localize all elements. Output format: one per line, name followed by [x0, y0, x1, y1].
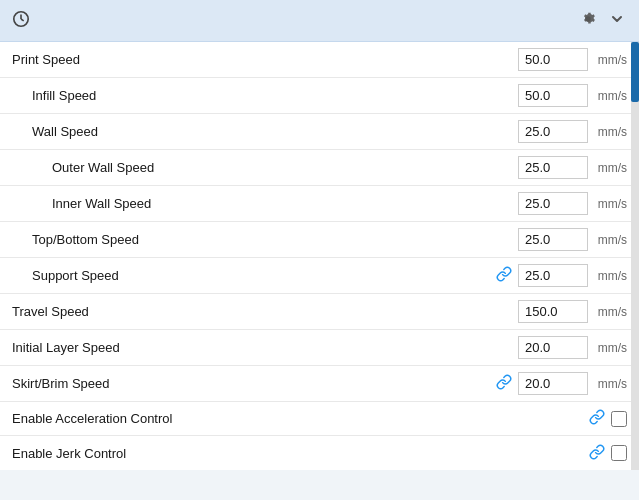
unit-initial-layer-speed: mm/s	[592, 341, 627, 355]
row-travel-speed: Travel Speedmm/s	[0, 294, 639, 330]
row-support-speed: Support Speedmm/s	[0, 258, 639, 294]
input-group-top-bottom-speed: mm/s	[518, 228, 627, 251]
link-icon-enable-acceleration[interactable]	[589, 409, 605, 428]
unit-skirt-brim-speed: mm/s	[592, 377, 627, 391]
row-print-speed: Print Speedmm/s	[0, 42, 639, 78]
unit-infill-speed: mm/s	[592, 89, 627, 103]
value-input-inner-wall-speed[interactable]	[518, 192, 588, 215]
input-group-initial-layer-speed: mm/s	[518, 336, 627, 359]
label-inner-wall-speed: Inner Wall Speed	[12, 196, 518, 211]
value-input-print-speed[interactable]	[518, 48, 588, 71]
checkbox-enable-acceleration[interactable]	[611, 411, 627, 427]
link-icon-skirt-brim-speed[interactable]	[496, 374, 512, 393]
checkbox-enable-jerk[interactable]	[611, 445, 627, 461]
value-input-initial-layer-speed[interactable]	[518, 336, 588, 359]
row-inner-wall-speed: Inner Wall Speedmm/s	[0, 186, 639, 222]
collapse-button[interactable]	[607, 9, 627, 32]
svg-line-2	[21, 19, 24, 21]
label-enable-jerk: Enable Jerk Control	[12, 446, 589, 461]
row-initial-layer-speed: Initial Layer Speedmm/s	[0, 330, 639, 366]
input-group-wall-speed: mm/s	[518, 120, 627, 143]
row-skirt-brim-speed: Skirt/Brim Speedmm/s	[0, 366, 639, 402]
gear-button[interactable]	[577, 8, 599, 33]
link-icon-enable-jerk[interactable]	[589, 444, 605, 463]
section-header	[0, 0, 639, 42]
row-wall-speed: Wall Speedmm/s	[0, 114, 639, 150]
row-outer-wall-speed: Outer Wall Speedmm/s	[0, 150, 639, 186]
scrollbar-track[interactable]	[631, 42, 639, 470]
unit-travel-speed: mm/s	[592, 305, 627, 319]
value-input-wall-speed[interactable]	[518, 120, 588, 143]
row-infill-speed: Infill Speedmm/s	[0, 78, 639, 114]
scrollbar-thumb[interactable]	[631, 42, 639, 102]
input-group-support-speed: mm/s	[518, 264, 627, 287]
value-input-skirt-brim-speed[interactable]	[518, 372, 588, 395]
link-icon-support-speed[interactable]	[496, 266, 512, 285]
unit-outer-wall-speed: mm/s	[592, 161, 627, 175]
label-support-speed: Support Speed	[12, 268, 496, 283]
unit-support-speed: mm/s	[592, 269, 627, 283]
unit-inner-wall-speed: mm/s	[592, 197, 627, 211]
label-enable-acceleration: Enable Acceleration Control	[12, 411, 589, 426]
speed-settings-container: Print Speedmm/sInfill Speedmm/sWall Spee…	[0, 0, 639, 470]
input-group-enable-acceleration	[611, 411, 627, 427]
row-enable-acceleration: Enable Acceleration Control	[0, 402, 639, 436]
input-group-outer-wall-speed: mm/s	[518, 156, 627, 179]
rows-container: Print Speedmm/sInfill Speedmm/sWall Spee…	[0, 42, 639, 470]
input-group-inner-wall-speed: mm/s	[518, 192, 627, 215]
row-top-bottom-speed: Top/Bottom Speedmm/s	[0, 222, 639, 258]
label-outer-wall-speed: Outer Wall Speed	[12, 160, 518, 175]
label-print-speed: Print Speed	[12, 52, 518, 67]
row-enable-jerk: Enable Jerk Control	[0, 436, 639, 470]
input-group-enable-jerk	[611, 445, 627, 461]
input-group-print-speed: mm/s	[518, 48, 627, 71]
label-infill-speed: Infill Speed	[12, 88, 518, 103]
clock-icon	[12, 10, 30, 31]
unit-wall-speed: mm/s	[592, 125, 627, 139]
header-icons	[577, 8, 627, 33]
value-input-travel-speed[interactable]	[518, 300, 588, 323]
label-initial-layer-speed: Initial Layer Speed	[12, 340, 518, 355]
label-skirt-brim-speed: Skirt/Brim Speed	[12, 376, 496, 391]
input-group-skirt-brim-speed: mm/s	[518, 372, 627, 395]
header-left	[12, 10, 38, 31]
input-group-infill-speed: mm/s	[518, 84, 627, 107]
label-top-bottom-speed: Top/Bottom Speed	[12, 232, 518, 247]
unit-top-bottom-speed: mm/s	[592, 233, 627, 247]
value-input-outer-wall-speed[interactable]	[518, 156, 588, 179]
value-input-support-speed[interactable]	[518, 264, 588, 287]
input-group-travel-speed: mm/s	[518, 300, 627, 323]
unit-print-speed: mm/s	[592, 53, 627, 67]
value-input-top-bottom-speed[interactable]	[518, 228, 588, 251]
label-wall-speed: Wall Speed	[12, 124, 518, 139]
label-travel-speed: Travel Speed	[12, 304, 518, 319]
value-input-infill-speed[interactable]	[518, 84, 588, 107]
